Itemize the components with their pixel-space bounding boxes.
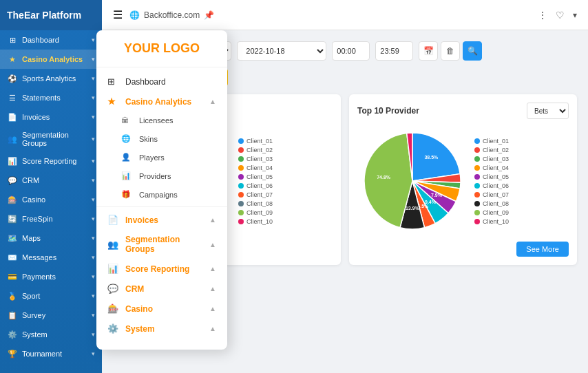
popup-section-casino-analytics[interactable]: ★ Casino Analytics ▲ [96, 92, 227, 111]
legend-item-client-08: Client_08 [474, 200, 509, 207]
tournament-icon: 🏆 [7, 348, 18, 359]
sidebar-item-segmentation-groups[interactable]: 👥 Segmentation Groups ▾ [0, 127, 102, 151]
sidebar-item-tournament[interactable]: 🏆 Tournament ▾ [0, 344, 102, 363]
topbar-heart-icon[interactable]: ♡ [556, 10, 565, 21]
casino-label: Casino [22, 195, 92, 204]
right-chart-header: Top 10 Provider Bets Net Gross [357, 103, 569, 119]
sidebar-item-payments[interactable]: 💳 Payments ▾ [0, 267, 102, 286]
popup-section-crm[interactable]: 💬 CRM ▲ [96, 279, 227, 299]
sidebar-item-score-reporting[interactable]: 📊 Score Reporting ▾ [0, 151, 102, 171]
left-pie-legend: Client_01Client_02Client_03Client_04Clie… [238, 138, 273, 225]
statements-icon: ☰ [7, 92, 18, 103]
casino-analytics-popup-label: Casino Analytics [125, 97, 209, 107]
topbar-arrow-icon[interactable]: ▾ [573, 10, 577, 20]
system-popup-label: System [125, 324, 209, 334]
popup-sub-campaigns[interactable]: 🎁 Campaigns [96, 185, 227, 204]
popup-sub-players[interactable]: 👤 Players [96, 148, 227, 167]
segmentation-groups-chevron: ▾ [92, 136, 95, 142]
maps-label: Maps [22, 234, 92, 242]
legend-item-client-08: Client_08 [238, 200, 273, 207]
time-end-input[interactable] [375, 41, 413, 61]
see-more-button[interactable]: See More [516, 242, 569, 257]
tab-pin-icon: 📌 [204, 10, 214, 20]
sidebar-item-maps[interactable]: 🗺️ Maps ▾ [0, 228, 102, 248]
system-chevron: ▲ [209, 325, 216, 332]
legend-item-client-06: Client_06 [238, 182, 273, 189]
date-select[interactable]: 2022-10-18 [237, 41, 326, 61]
search-icon-btn[interactable]: 🔍 [463, 41, 482, 61]
score-reporting-icon: 📊 [7, 156, 18, 167]
calendar-icon-btn[interactable]: 📅 [419, 41, 438, 61]
legend-item-client-05: Client_05 [238, 173, 273, 180]
providers-icon: 📊 [121, 171, 134, 180]
sidebar-logo: TheEar Platform [0, 0, 102, 30]
sidebar-item-messages[interactable]: ✉️ Messages ▾ [0, 248, 102, 267]
casino-analytics-chevron: ▲ [209, 98, 216, 105]
survey-icon: 📋 [7, 310, 18, 321]
legend-item-client-10: Client_10 [238, 218, 273, 225]
topbar-dots-icon[interactable]: ⋮ [538, 10, 547, 21]
sidebar-item-crm[interactable]: 💬 CRM ▾ [0, 171, 102, 190]
popup-section-score-reporting[interactable]: 📊 Score Reporting ▲ [96, 259, 227, 279]
system-chevron: ▾ [92, 331, 95, 338]
sidebar-item-freespin[interactable]: 🔄 FreeSpin ▾ [0, 209, 102, 228]
popup-section-system[interactable]: ⚙️ System ▲ [96, 319, 227, 339]
statements-label: Statements [22, 94, 92, 102]
legend-item-client-04: Client_04 [474, 164, 509, 171]
tournament-chevron: ▾ [92, 350, 95, 357]
popup-section-invoices[interactable]: 📄 Invoices ▲ [96, 210, 227, 230]
players-icon: 👤 [121, 153, 134, 162]
legend-item-client-05: Client_05 [474, 173, 509, 180]
sidebar-item-invoices[interactable]: 📄 Invoices ▾ [0, 107, 102, 127]
legend-item-client-03: Client_03 [474, 156, 509, 162]
maps-chevron: ▾ [92, 235, 95, 242]
sidebar-item-survey[interactable]: 📋 Survey ▾ [0, 306, 102, 325]
dashboard-label: Dashboard [22, 36, 92, 44]
menu-icon[interactable]: ☰ [113, 8, 123, 21]
popup-section-casino[interactable]: 🎰 Casino ▲ [96, 299, 227, 319]
sidebar-item-casino-analytics[interactable]: ★ Casino Analytics ▾ [0, 50, 102, 69]
pie-label-client_09: 74.8% [377, 175, 391, 180]
sport-icon: 🏅 [7, 290, 18, 301]
payments-chevron: ▾ [92, 273, 95, 280]
casino-analytics-label: Casino Analytics [22, 55, 92, 63]
time-start-input[interactable] [332, 41, 370, 61]
logo-text: TheEar Platform [7, 10, 81, 21]
popup-sub-providers[interactable]: 📊 Providers [96, 167, 227, 185]
topbar-right: ⋮ ♡ ▾ [538, 10, 577, 21]
system-label: System [22, 330, 92, 339]
sidebar-item-statements[interactable]: ☰ Statements ▾ [0, 88, 102, 107]
popup-sub-skins[interactable]: 🌐 Skins [96, 129, 227, 148]
popup-logo: YOUR LOGO [96, 41, 227, 67]
filter-icon-group: 📅 🗑 🔍 [419, 41, 482, 61]
freespin-label: FreeSpin [22, 215, 92, 223]
legend-item-client-02: Client_02 [474, 147, 509, 153]
casino-chevron: ▲ [209, 305, 216, 312]
casino-analytics-icon: ★ [7, 54, 18, 65]
skins-label: Skins [139, 135, 216, 143]
url-text: Backoffice.com [144, 10, 200, 20]
maps-icon: 🗺️ [7, 233, 18, 244]
sidebar-item-dashboard[interactable]: ⊞ Dashboard ▾ [0, 30, 102, 50]
right-chart-select[interactable]: Bets Net Gross [527, 103, 569, 119]
campaigns-label: Campaigns [139, 191, 216, 199]
popup-item-dashboard[interactable]: ⊞ Dashboard [96, 72, 227, 92]
sidebar-item-system[interactable]: ⚙️ System ▾ [0, 325, 102, 344]
crm-label: CRM [22, 176, 92, 184]
legend-item-client-01: Client_01 [474, 138, 509, 145]
right-pie-svg: 38.5%7.9%9.4%6.5%13.9%74.8% [357, 126, 468, 236]
sidebar-item-casino[interactable]: 🎰 Casino ▾ [0, 190, 102, 209]
campaigns-icon: 🎁 [121, 190, 134, 199]
casino-analytics-chevron: ▾ [92, 56, 95, 63]
right-chart-card: Top 10 Provider Bets Net Gross 38.5%7.9%… [349, 94, 577, 265]
sidebar-item-sport[interactable]: 🏅 Sport ▾ [0, 286, 102, 306]
topbar-url: 🌐 Backoffice.com 📌 [129, 10, 214, 20]
crm-popup-icon: 💬 [107, 284, 120, 294]
popup-sub-licensees[interactable]: 🏛 Licensees [96, 111, 227, 129]
pie-label-client_08: 13.9% [406, 206, 420, 211]
legend-item-client-07: Client_07 [238, 191, 273, 198]
trash-icon-btn[interactable]: 🗑 [441, 41, 460, 61]
sidebar-item-sports-analytics[interactable]: ⚽ Sports Analytics ▾ [0, 69, 102, 88]
legend-item-client-02: Client_02 [238, 147, 273, 153]
popup-section-segmentation[interactable]: 👥 Segmentation Groups ▲ [96, 230, 227, 259]
